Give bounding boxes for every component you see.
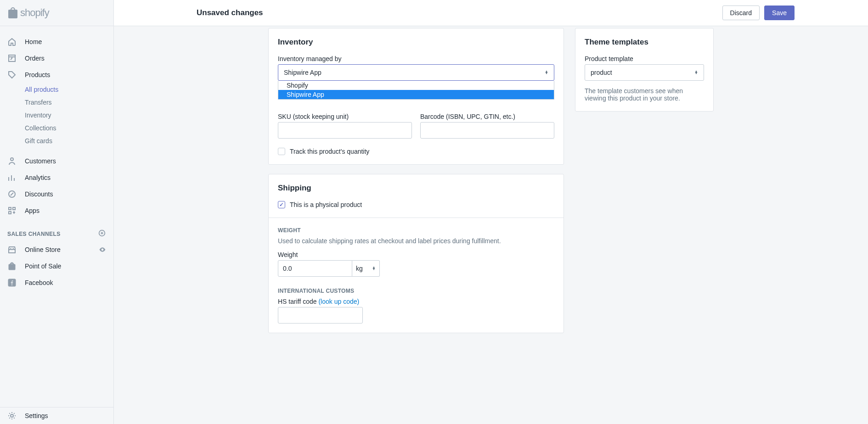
- nav-facebook[interactable]: Facebook: [0, 274, 113, 291]
- inventory-card: Inventory Inventory managed by Shipwire …: [268, 28, 564, 165]
- hs-label: HS tariff code: [278, 298, 318, 305]
- svg-point-4: [11, 414, 13, 417]
- svg-point-0: [11, 158, 13, 161]
- sales-channels-header: SALES CHANNELS: [0, 219, 113, 241]
- shipping-card: Shipping This is a physical product WEIG…: [268, 174, 564, 333]
- nav-bottom: Settings: [0, 407, 113, 424]
- nav-label: Orders: [25, 55, 45, 62]
- dropdown-option-shopify[interactable]: Shopify: [278, 81, 554, 90]
- nav-apps[interactable]: Apps: [0, 202, 113, 219]
- save-button[interactable]: Save: [764, 6, 795, 20]
- inventory-managed-select[interactable]: Shipwire App ▲▼ Shopify Shipwire App: [278, 64, 554, 81]
- nav-inventory[interactable]: Inventory: [0, 109, 113, 122]
- weight-label: Weight: [278, 251, 554, 258]
- settings-icon: [7, 411, 17, 420]
- physical-product-checkbox[interactable]: [278, 201, 285, 208]
- nav-label: Facebook: [25, 279, 53, 286]
- dropdown-option-shipwire[interactable]: Shipwire App: [278, 90, 554, 99]
- orders-icon: [7, 54, 17, 63]
- facebook-icon: [7, 278, 17, 287]
- nav-label: Discounts: [25, 190, 53, 198]
- main-nav: Home Orders Products All products Transf…: [0, 26, 113, 407]
- inventory-managed-dropdown: Shopify Shipwire App: [278, 81, 554, 100]
- nav-settings[interactable]: Settings: [0, 407, 113, 424]
- nav-label: All products: [25, 86, 58, 93]
- logo[interactable]: shopify: [0, 0, 113, 26]
- hs-tariff-input[interactable]: [278, 307, 363, 324]
- shopify-bag-icon: [7, 6, 18, 19]
- home-icon: [7, 37, 17, 46]
- nav-point-of-sale[interactable]: Point of Sale: [0, 258, 113, 274]
- physical-product-label: This is a physical product: [290, 201, 362, 208]
- product-template-value: product: [591, 69, 612, 76]
- view-store-icon[interactable]: [99, 246, 106, 253]
- section-label: SALES CHANNELS: [7, 231, 61, 237]
- nav-label: Collections: [25, 124, 56, 132]
- weight-help: Used to calculate shipping rates at chec…: [278, 237, 554, 245]
- store-icon: [7, 245, 17, 254]
- theme-templates-title: Theme templates: [585, 38, 704, 47]
- nav-label: Online Store: [25, 246, 99, 253]
- nav-label: Products: [25, 71, 50, 78]
- select-arrows-icon: ▲▼: [372, 267, 376, 270]
- content: Inventory Inventory managed by Shipwire …: [114, 26, 868, 424]
- nav-collections[interactable]: Collections: [0, 122, 113, 134]
- nav-home[interactable]: Home: [0, 33, 113, 50]
- hs-lookup-link[interactable]: (look up code): [318, 298, 359, 305]
- nav-analytics[interactable]: Analytics: [0, 169, 113, 186]
- nav-label: Settings: [25, 412, 48, 419]
- topbar: Unsaved changes Discard Save: [114, 0, 868, 26]
- sku-label: SKU (stock keeping unit): [278, 113, 412, 120]
- product-template-select[interactable]: product ▲▼: [585, 64, 704, 81]
- main: Unsaved changes Discard Save Inventory I…: [114, 0, 868, 424]
- weight-unit-select[interactable]: kg ▲▼: [352, 260, 380, 277]
- track-quantity-label: Track this product's quantity: [290, 148, 369, 155]
- inventory-managed-label: Inventory managed by: [278, 55, 554, 62]
- nav-label: Point of Sale: [25, 262, 61, 270]
- weight-heading: WEIGHT: [278, 227, 554, 234]
- nav-label: Home: [25, 38, 42, 45]
- products-icon: [7, 70, 17, 79]
- inventory-managed-value: Shipwire App: [284, 69, 321, 76]
- nav-discounts[interactable]: Discounts: [0, 186, 113, 202]
- sku-input[interactable]: [278, 122, 412, 139]
- intl-customs-heading: INTERNATIONAL CUSTOMS: [278, 288, 554, 294]
- theme-templates-card: Theme templates Product template product…: [575, 28, 714, 112]
- page-status: Unsaved changes: [197, 8, 263, 17]
- theme-help-text: The template customers see when viewing …: [585, 87, 704, 102]
- brand-text: shopify: [20, 7, 49, 19]
- select-arrows-icon: ▲▼: [694, 71, 698, 74]
- nav-label: Inventory: [25, 112, 51, 119]
- nav-orders[interactable]: Orders: [0, 50, 113, 67]
- inventory-title: Inventory: [278, 38, 554, 47]
- nav-customers[interactable]: Customers: [0, 153, 113, 169]
- nav-label: Transfers: [25, 99, 52, 106]
- nav-label: Apps: [25, 207, 39, 214]
- nav-all-products[interactable]: All products: [0, 83, 113, 96]
- weight-input[interactable]: [278, 260, 352, 277]
- nav-label: Analytics: [25, 174, 51, 181]
- analytics-icon: [7, 173, 17, 182]
- sidebar: shopify Home Orders Products All product…: [0, 0, 114, 424]
- nav-gift-cards[interactable]: Gift cards: [0, 134, 113, 147]
- add-channel-icon[interactable]: [98, 229, 106, 239]
- shipping-title: Shipping: [278, 184, 554, 193]
- discard-button[interactable]: Discard: [722, 6, 760, 20]
- nav-online-store[interactable]: Online Store: [0, 241, 113, 258]
- product-template-label: Product template: [585, 55, 704, 62]
- barcode-label: Barcode (ISBN, UPC, GTIN, etc.): [420, 113, 554, 120]
- select-arrows-icon: ▲▼: [545, 71, 548, 74]
- barcode-input[interactable]: [420, 122, 554, 139]
- nav-transfers[interactable]: Transfers: [0, 96, 113, 109]
- apps-icon: [7, 206, 17, 215]
- track-quantity-checkbox[interactable]: [278, 148, 285, 155]
- discounts-icon: [7, 190, 17, 199]
- nav-label: Customers: [25, 157, 56, 165]
- customers-icon: [7, 156, 17, 166]
- nav-products[interactable]: Products: [0, 67, 113, 83]
- weight-unit-value: kg: [356, 265, 363, 272]
- nav-label: Gift cards: [25, 137, 52, 145]
- pos-icon: [7, 262, 17, 271]
